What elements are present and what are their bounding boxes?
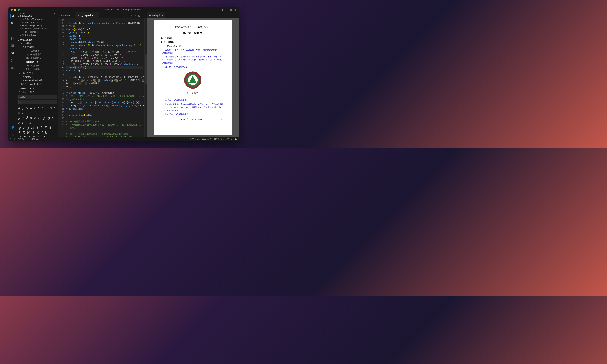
code-line[interactable]: \subsubsection{生僻字}	[66, 114, 143, 117]
run-icon[interactable]: ▷	[130, 14, 132, 17]
code-line[interactable]: \end{equation}	[66, 107, 143, 110]
code-area[interactable]: 1413121110987655432157123456789101112131…	[58, 18, 147, 137]
run-debug-icon[interactable]: ▷	[11, 36, 15, 40]
command-item[interactable]: ›☰View Log messages	[17, 24, 58, 27]
code-line[interactable]: 加"式",如式(1-2)。阅后删除此	[66, 82, 143, 85]
code-line[interactable]: % 定义一个提供了生僻字的字体，注意要确保你的系统存在该字体	[66, 133, 143, 136]
structure-node[interactable]: ⌄1 一级题目	[18, 42, 58, 45]
account-icon[interactable]: 👤	[11, 126, 15, 130]
code-line[interactable]: \linespread{1.5}	[66, 31, 143, 34]
extensions-icon[interactable]: ⊞	[11, 43, 15, 48]
structure-node[interactable]: 2.3 BIThesis 使用说明	[18, 82, 58, 86]
gear-icon[interactable]: ⚙	[11, 133, 15, 137]
structure-node[interactable]: #label: 标题序号	[18, 56, 58, 60]
snippet-tab-tikz[interactable]: TikZ	[30, 91, 34, 93]
tex-icon[interactable]: TEX	[11, 51, 15, 55]
structure-section-header[interactable]: ⌄ STRUCTURE	[17, 39, 58, 42]
code-line[interactable]: \end{table}	[66, 69, 143, 72]
toggle-primary-sidebar-icon[interactable]: ◧	[222, 9, 224, 11]
structure-node[interactable]: 2.2 \LaTeX 环境的安装	[18, 79, 58, 82]
command-item[interactable]: ›▷Build LaTeX project	[17, 18, 58, 21]
code-line[interactable]: % 公式上下不要空行，置于同一个段落下即可，否则上下距离会出现高度不一致的问题	[66, 94, 143, 98]
code-line[interactable]: 手机 & 1000 & 10000 & 500 & 50\% \\	[66, 53, 143, 56]
minimize-button[interactable]	[14, 9, 16, 11]
structure-node[interactable]: ⌄2 另一个章节	[18, 71, 58, 75]
code-line[interactable]: 段。}	[66, 85, 143, 88]
code-line[interactable]: \begin{table}[htbp]	[66, 28, 143, 31]
word-count[interactable]: 215 Words	[18, 138, 27, 140]
statusbar-item[interactable]: ESLint	[226, 138, 232, 140]
code-line[interactable]: LRI=1\ /\ \sqrt{1+{\left(\frac{{\mu }_{R…	[66, 101, 143, 104]
close-icon[interactable]: ×	[162, 14, 163, 17]
structure-node[interactable]: Table: 统计表	[18, 60, 58, 64]
code-line[interactable]: \textcolor{blue}{\underline{\underline{表…	[66, 22, 143, 25]
code-line[interactable]: \begin{equation}	[66, 98, 143, 101]
run-with-icon[interactable]: ▷	[134, 14, 136, 17]
structure-node[interactable]: ⌄1.1.1 三级题目	[18, 49, 58, 53]
pdf-tab[interactable]: 🗎 main.pdf ×	[147, 12, 165, 18]
code-line[interactable]: \zihao{5}	[66, 34, 143, 37]
editor-tab[interactable]: ✦1_chapter1.tex×	[76, 12, 99, 18]
toggle-secondary-sidebar-icon[interactable]: ◨	[230, 9, 232, 11]
command-item[interactable]: ›⧉View LaTeX PDF	[17, 21, 58, 24]
structure-node[interactable]: ⌄1.1 二级题目	[18, 45, 58, 49]
code-line[interactable]: (+、-、*、/、$\leqslant$ $\geqslant$ 等)转行。在文…	[66, 79, 143, 82]
structure-node[interactable]: #label: 统计表	[18, 64, 58, 67]
symbol-row[interactable]: α β γ δ ε ζ η θ ϑ ι κ λ	[18, 105, 57, 115]
structure-node[interactable]: 1.1.1.1 生僻字	[18, 67, 58, 71]
structure-node[interactable]: Figure: 标题序号	[18, 53, 58, 56]
problems-icon[interactable]: ⚠	[13, 138, 15, 140]
code-content[interactable]: \textcolor{blue}{\underline{\underline{表…	[66, 18, 144, 137]
code-line[interactable]	[66, 130, 143, 133]
code-line[interactable]	[66, 88, 143, 91]
code-line[interactable]: \begin{tabular}{*{5}{>{\centering\arrayb…	[66, 44, 143, 47]
split-icon[interactable]: ◫	[138, 14, 141, 17]
close-icon[interactable]: ×	[96, 14, 97, 17]
code-line[interactable]: \caption{统计表}\label{统计表}	[66, 40, 143, 44]
code-line[interactable]: 合计 & 17600 & 16000 & 1000 & 100\% \\ \bo…	[66, 63, 143, 66]
pdf-viewer[interactable]: 北京理工大学本科生毕业设计（论文） 第 1 章 一级题目 1.1 二级题目 1.…	[147, 18, 239, 137]
snippet-tab-symbols[interactable]: Symbols	[19, 91, 27, 93]
symbol-row[interactable]: ϕ χ ψ ω Α Β Γ Δ	[18, 125, 57, 130]
editor-tab[interactable]: ✦main.tex1	[58, 12, 76, 18]
symbol-row[interactable]: Μ Ν Ξ Ο Π Π	[18, 135, 57, 137]
commands-section-header[interactable]: ⌄ COMMANDS	[17, 14, 58, 18]
statusbar-item[interactable]: tex	[221, 138, 224, 140]
code-line[interactable]: % 一个可能无法正常显示的生僻字	[66, 120, 143, 123]
remote-icon[interactable]: ⎘	[10, 138, 11, 140]
code-line[interactable]: \textcolor{blue}{公式标注应于该公式所在行的最右侧。对于较长的公…	[66, 76, 143, 79]
code-line[interactable]: 计算机 & 5500 & 5000 & 220 & 22\% \\	[66, 56, 143, 60]
code-line[interactable]: 项目 & 产量 & 销量 & 产值 & 比重 \\ \hline	[66, 50, 143, 53]
code-line[interactable]	[66, 18, 143, 22]
explorer-icon[interactable]: 🗂	[10, 14, 15, 18]
minimap[interactable]	[144, 18, 147, 137]
customize-layout-icon[interactable]: ⊞	[234, 9, 236, 11]
source-control-icon[interactable]: ⑂	[11, 28, 15, 33]
github-icon[interactable]: ◯	[11, 58, 15, 63]
code-line[interactable]: \textcolor{blue}{公式-示例：（阅后删除此段）}	[66, 91, 143, 94]
more-icon[interactable]: ···	[143, 14, 145, 17]
symbols-grid[interactable]: α β γ δ ε ζ η θ ϑ ι κ λμ ν ξ ο π ϖ ρ ϱ σ…	[17, 105, 58, 137]
symbol-row[interactable]: μ ν ξ ο π ϖ ρ ϱ σ ς τ υ φ	[18, 115, 57, 125]
code-line[interactable]: % 三线表	[66, 25, 143, 28]
toggle-panel-icon[interactable]: ▭	[226, 9, 228, 11]
snippet-category-dropdown[interactable]: All ⌄	[18, 100, 57, 104]
code-line[interactable]: \centering	[66, 37, 143, 40]
close-button[interactable]	[11, 9, 13, 11]
statusbar-item[interactable]: 🔔	[235, 138, 237, 140]
code-line[interactable]: 僻字。	[66, 126, 143, 130]
code-line[interactable]	[66, 72, 143, 76]
structure-node[interactable]: 2.1 代码片段	[18, 75, 58, 79]
statusbar-item[interactable]: Spaces: 2	[202, 138, 211, 140]
command-item[interactable]: ›🕮BibTeX actions	[17, 34, 58, 37]
code-line[interactable]: % \setCJKfamilyfont{custom-font}{Noto Se…	[66, 136, 143, 137]
code-line[interactable]: \toprule	[66, 47, 143, 50]
statusbar-item[interactable]: 1460 words	[190, 138, 200, 140]
more-icon[interactable]: ···	[54, 12, 56, 14]
code-line[interactable]	[66, 117, 143, 120]
minimap-slider[interactable]	[145, 54, 147, 84]
code-line[interactable]: % 一个可能无法正常显示的生僻字：媖。下文注释中，介绍了如何通过自定义字体来显示…	[66, 123, 143, 126]
diagrams-icon[interactable]: ▦	[11, 65, 15, 70]
command-item[interactable]: ›✎Navigate, select, and edit	[17, 27, 58, 30]
statusbar-item[interactable]: UTF-8	[213, 138, 219, 140]
